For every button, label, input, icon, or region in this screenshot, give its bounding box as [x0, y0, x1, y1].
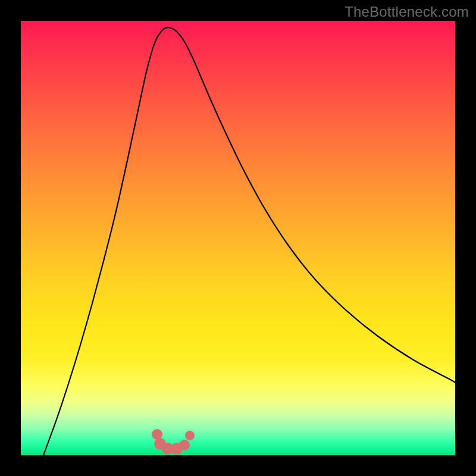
bottleneck-curve [43, 27, 455, 455]
chart-frame: TheBottleneck.com [0, 0, 476, 476]
plot-area [21, 21, 455, 455]
curve-marker [185, 431, 195, 440]
curve-svg [21, 21, 455, 455]
watermark-text: TheBottleneck.com [345, 4, 469, 20]
marker-group [152, 429, 195, 455]
curve-marker [179, 440, 190, 450]
